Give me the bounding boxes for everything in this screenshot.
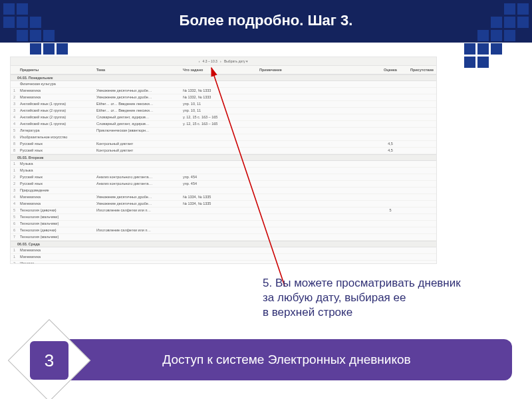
decoration-grid-right [464, 3, 529, 68]
table-row: 5Технология (девочки)Изготовление салфет… [11, 207, 436, 214]
col-grade: Оценка [377, 66, 404, 74]
table-row: 2История [11, 261, 436, 264]
table-row: 8Русский языкКонтрольный диктант4,5 [11, 148, 436, 154]
table-row: 8Русский языкКонтрольный диктант4,5 [11, 141, 436, 148]
day-header: 04.03. Понедельник [11, 74, 436, 81]
callout-text: 5. Вы можете просматривать дневник за лю… [263, 276, 502, 320]
col-topic: Тема [96, 66, 183, 74]
callout-line: за любую дату, выбирая ее [263, 291, 406, 304]
callout-line: 5. Вы можете просматривать дневник [263, 277, 461, 289]
table-row: 4МатематикаУмножение десятичных дробе…№ … [11, 194, 436, 201]
slide-title: Более подробно. Шаг 3. [0, 12, 532, 29]
step-number: 3 [45, 350, 54, 371]
table-row: 5ЛитератураПриключенческая (авантюрн… [11, 128, 436, 134]
table-row: 6Технология (мальчики) [11, 221, 436, 227]
table-row: 2Русский языкАнализ контрольного диктант… [11, 181, 436, 188]
date-toolbar[interactable]: ‹ 4.3 – 10.3 › Выбрать дату ▾ [11, 57, 436, 66]
table-row: 1Математика [11, 247, 436, 254]
table-row: 4Английский язык (2 группа)Словарный дик… [11, 114, 436, 121]
day-header: 06.03. Среда [11, 241, 436, 247]
col-num [13, 66, 20, 74]
table-row: 2Русский языкАнализ контрольного диктант… [11, 174, 436, 181]
prev-week-button[interactable]: ‹ [199, 59, 200, 63]
table-row: 5Технология (мальчики) [11, 214, 436, 221]
diary-table-header: Предметы Тема Что задано Примечание Оцен… [11, 66, 436, 74]
footer-bar: Доступ к системе Электронных дневников [61, 339, 512, 380]
table-row: 2МатематикаУмножение десятичных дробе…№ … [11, 94, 436, 101]
date-range-label: 4.3 – 10.3 [203, 59, 217, 63]
diary-screenshot: ‹ 4.3 – 10.3 › Выбрать дату ▾ Предметы Т… [10, 57, 437, 264]
table-row: Физическая культура [11, 81, 436, 88]
table-row: 4МатематикаУмножение десятичных дробе…№ … [11, 201, 436, 207]
table-row: 7Технология (мальчики) [11, 234, 436, 241]
table-row: 3Английский язык (2 группа)Either… or… В… [11, 108, 436, 114]
diary-table-body: 04.03. ПонедельникФизическая культура1Ма… [11, 74, 436, 264]
step-badge: 3 [8, 319, 90, 399]
table-row: 3Английский язык (1 группа)Either… or… В… [11, 101, 436, 108]
col-homework: Что задано [183, 66, 259, 74]
table-row: 6Технология (девочки)Изготовление салфет… [11, 227, 436, 234]
col-note: Примечание [259, 66, 377, 74]
col-subject: Предметы [20, 66, 96, 74]
table-row: 1Музыка [11, 168, 436, 174]
day-header: 05.03. Вторник [11, 154, 436, 161]
col-attend: Присутствие [404, 66, 434, 74]
table-row: 6Изобразительное искусство [11, 134, 436, 141]
pick-date-button[interactable]: Выбрать дату ▾ [224, 59, 248, 63]
table-row: 3Природоведение [11, 188, 436, 194]
footer-label: Доступ к системе Электронных дневников [162, 352, 410, 367]
callout-line: в верхней строке [263, 306, 352, 319]
table-row: 1МатематикаУмножение десятичных дробе…№ … [11, 88, 436, 94]
table-row: 4Английский язык (1 группа)Словарный дик… [11, 121, 436, 128]
table-row: 1Музыка [11, 161, 436, 168]
next-week-button[interactable]: › [220, 59, 221, 63]
table-row: 1Математика [11, 254, 436, 261]
